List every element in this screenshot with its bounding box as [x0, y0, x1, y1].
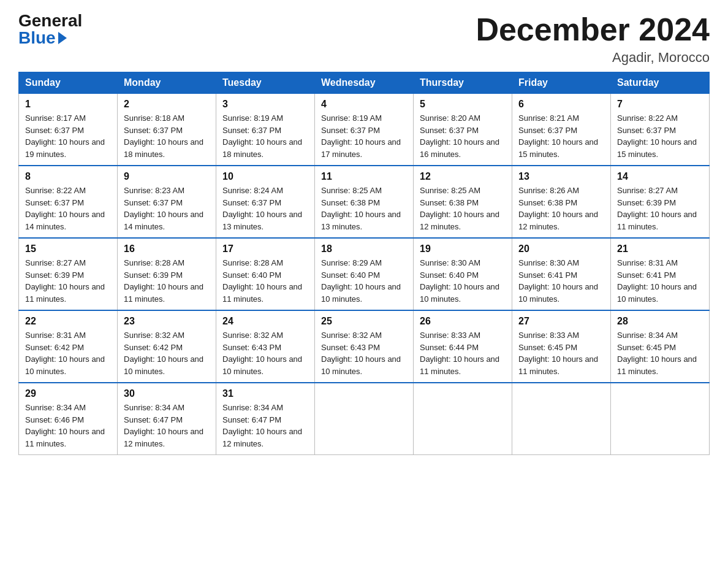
day-number: 24: [222, 316, 308, 327]
col-sunday: Sunday: [19, 72, 118, 94]
calendar-cell: 11 Sunrise: 8:25 AM Sunset: 6:38 PM Dayl…: [315, 166, 414, 238]
day-info: Sunrise: 8:19 AM Sunset: 6:37 PM Dayligh…: [222, 112, 308, 160]
day-number: 14: [617, 171, 703, 182]
day-number: 5: [420, 99, 506, 110]
day-info: Sunrise: 8:34 AM Sunset: 6:45 PM Dayligh…: [617, 329, 703, 377]
day-number: 20: [518, 243, 604, 255]
logo-blue-text: Blue: [18, 29, 67, 47]
day-info: Sunrise: 8:20 AM Sunset: 6:37 PM Dayligh…: [420, 112, 506, 160]
col-wednesday: Wednesday: [315, 72, 414, 94]
calendar-cell: 2 Sunrise: 8:18 AM Sunset: 6:37 PM Dayli…: [118, 94, 216, 166]
calendar-cell: 26 Sunrise: 8:33 AM Sunset: 6:44 PM Dayl…: [414, 310, 512, 383]
day-number: 4: [321, 99, 407, 110]
calendar-cell: 25 Sunrise: 8:32 AM Sunset: 6:43 PM Dayl…: [315, 310, 414, 383]
calendar-header-row: Sunday Monday Tuesday Wednesday Thursday…: [19, 72, 710, 94]
calendar-cell: 23 Sunrise: 8:32 AM Sunset: 6:42 PM Dayl…: [118, 310, 216, 383]
calendar-cell: 21 Sunrise: 8:31 AM Sunset: 6:41 PM Dayl…: [611, 238, 710, 310]
calendar-cell: 7 Sunrise: 8:22 AM Sunset: 6:37 PM Dayli…: [611, 94, 710, 166]
day-number: 9: [124, 171, 210, 182]
day-number: 26: [420, 316, 506, 327]
calendar-cell: [414, 383, 512, 455]
day-number: 7: [617, 99, 703, 110]
calendar-cell: 3 Sunrise: 8:19 AM Sunset: 6:37 PM Dayli…: [216, 94, 315, 166]
calendar-cell: 5 Sunrise: 8:20 AM Sunset: 6:37 PM Dayli…: [414, 94, 512, 166]
day-number: 19: [420, 243, 506, 255]
logo: General Blue: [18, 12, 82, 47]
calendar-cell: 15 Sunrise: 8:27 AM Sunset: 6:39 PM Dayl…: [19, 238, 118, 310]
day-number: 2: [124, 99, 210, 110]
day-info: Sunrise: 8:30 AM Sunset: 6:40 PM Dayligh…: [420, 257, 506, 305]
day-info: Sunrise: 8:30 AM Sunset: 6:41 PM Dayligh…: [518, 257, 604, 305]
calendar-cell: 29 Sunrise: 8:34 AM Sunset: 6:46 PM Dayl…: [19, 383, 118, 455]
day-info: Sunrise: 8:32 AM Sunset: 6:43 PM Dayligh…: [222, 329, 308, 377]
day-number: 29: [25, 388, 111, 399]
calendar-cell: 30 Sunrise: 8:34 AM Sunset: 6:47 PM Dayl…: [118, 383, 216, 455]
calendar-cell: 24 Sunrise: 8:32 AM Sunset: 6:43 PM Dayl…: [216, 310, 315, 383]
day-info: Sunrise: 8:28 AM Sunset: 6:39 PM Dayligh…: [124, 257, 210, 305]
day-number: 3: [222, 99, 308, 110]
day-number: 11: [321, 171, 407, 182]
day-info: Sunrise: 8:28 AM Sunset: 6:40 PM Dayligh…: [222, 257, 308, 305]
calendar-week-row: 15 Sunrise: 8:27 AM Sunset: 6:39 PM Dayl…: [19, 238, 710, 310]
day-number: 13: [518, 171, 604, 182]
logo-arrow-icon: [58, 32, 67, 44]
day-info: Sunrise: 8:25 AM Sunset: 6:38 PM Dayligh…: [420, 185, 506, 232]
calendar-cell: 28 Sunrise: 8:34 AM Sunset: 6:45 PM Dayl…: [611, 310, 710, 383]
day-info: Sunrise: 8:26 AM Sunset: 6:38 PM Dayligh…: [518, 185, 604, 232]
calendar-cell: 13 Sunrise: 8:26 AM Sunset: 6:38 PM Dayl…: [512, 166, 611, 238]
calendar-cell: 19 Sunrise: 8:30 AM Sunset: 6:40 PM Dayl…: [414, 238, 512, 310]
calendar-cell: 31 Sunrise: 8:34 AM Sunset: 6:47 PM Dayl…: [216, 383, 315, 455]
calendar-cell: 6 Sunrise: 8:21 AM Sunset: 6:37 PM Dayli…: [512, 94, 611, 166]
day-info: Sunrise: 8:27 AM Sunset: 6:39 PM Dayligh…: [25, 257, 111, 305]
month-title: December 2024: [476, 12, 710, 47]
col-monday: Monday: [118, 72, 216, 94]
calendar-week-row: 8 Sunrise: 8:22 AM Sunset: 6:37 PM Dayli…: [19, 166, 710, 238]
calendar-cell: 8 Sunrise: 8:22 AM Sunset: 6:37 PM Dayli…: [19, 166, 118, 238]
day-number: 1: [25, 99, 111, 110]
day-info: Sunrise: 8:19 AM Sunset: 6:37 PM Dayligh…: [321, 112, 407, 160]
day-number: 22: [25, 316, 111, 327]
calendar-cell: 1 Sunrise: 8:17 AM Sunset: 6:37 PM Dayli…: [19, 94, 118, 166]
day-info: Sunrise: 8:21 AM Sunset: 6:37 PM Dayligh…: [518, 112, 604, 160]
calendar-cell: [512, 383, 611, 455]
day-info: Sunrise: 8:24 AM Sunset: 6:37 PM Dayligh…: [222, 185, 308, 232]
day-info: Sunrise: 8:34 AM Sunset: 6:47 PM Dayligh…: [124, 402, 210, 450]
calendar-cell: [315, 383, 414, 455]
day-info: Sunrise: 8:17 AM Sunset: 6:37 PM Dayligh…: [25, 112, 111, 160]
col-saturday: Saturday: [611, 72, 710, 94]
calendar-cell: 4 Sunrise: 8:19 AM Sunset: 6:37 PM Dayli…: [315, 94, 414, 166]
day-info: Sunrise: 8:31 AM Sunset: 6:41 PM Dayligh…: [617, 257, 703, 305]
calendar-cell: 18 Sunrise: 8:29 AM Sunset: 6:40 PM Dayl…: [315, 238, 414, 310]
calendar-cell: 27 Sunrise: 8:33 AM Sunset: 6:45 PM Dayl…: [512, 310, 611, 383]
day-number: 28: [617, 316, 703, 327]
calendar-cell: 12 Sunrise: 8:25 AM Sunset: 6:38 PM Dayl…: [414, 166, 512, 238]
day-number: 23: [124, 316, 210, 327]
calendar-week-row: 1 Sunrise: 8:17 AM Sunset: 6:37 PM Dayli…: [19, 94, 710, 166]
day-info: Sunrise: 8:29 AM Sunset: 6:40 PM Dayligh…: [321, 257, 407, 305]
day-number: 31: [222, 388, 308, 399]
day-info: Sunrise: 8:22 AM Sunset: 6:37 PM Dayligh…: [617, 112, 703, 160]
day-info: Sunrise: 8:22 AM Sunset: 6:37 PM Dayligh…: [25, 185, 111, 232]
day-number: 16: [124, 243, 210, 255]
location-label: Agadir, Morocco: [476, 50, 710, 66]
calendar-week-row: 29 Sunrise: 8:34 AM Sunset: 6:46 PM Dayl…: [19, 383, 710, 455]
day-number: 30: [124, 388, 210, 399]
calendar-cell: 14 Sunrise: 8:27 AM Sunset: 6:39 PM Dayl…: [611, 166, 710, 238]
day-number: 12: [420, 171, 506, 182]
day-number: 15: [25, 243, 111, 255]
day-info: Sunrise: 8:33 AM Sunset: 6:44 PM Dayligh…: [420, 329, 506, 377]
day-info: Sunrise: 8:32 AM Sunset: 6:42 PM Dayligh…: [124, 329, 210, 377]
day-info: Sunrise: 8:33 AM Sunset: 6:45 PM Dayligh…: [518, 329, 604, 377]
day-number: 21: [617, 243, 703, 255]
day-number: 10: [222, 171, 308, 182]
calendar-cell: 22 Sunrise: 8:31 AM Sunset: 6:42 PM Dayl…: [19, 310, 118, 383]
col-thursday: Thursday: [414, 72, 512, 94]
title-block: December 2024 Agadir, Morocco: [476, 12, 710, 66]
day-info: Sunrise: 8:34 AM Sunset: 6:46 PM Dayligh…: [25, 402, 111, 450]
calendar-cell: [611, 383, 710, 455]
calendar-cell: 10 Sunrise: 8:24 AM Sunset: 6:37 PM Dayl…: [216, 166, 315, 238]
day-info: Sunrise: 8:18 AM Sunset: 6:37 PM Dayligh…: [124, 112, 210, 160]
calendar-cell: 9 Sunrise: 8:23 AM Sunset: 6:37 PM Dayli…: [118, 166, 216, 238]
calendar-table: Sunday Monday Tuesday Wednesday Thursday…: [18, 72, 710, 455]
day-info: Sunrise: 8:34 AM Sunset: 6:47 PM Dayligh…: [222, 402, 308, 450]
